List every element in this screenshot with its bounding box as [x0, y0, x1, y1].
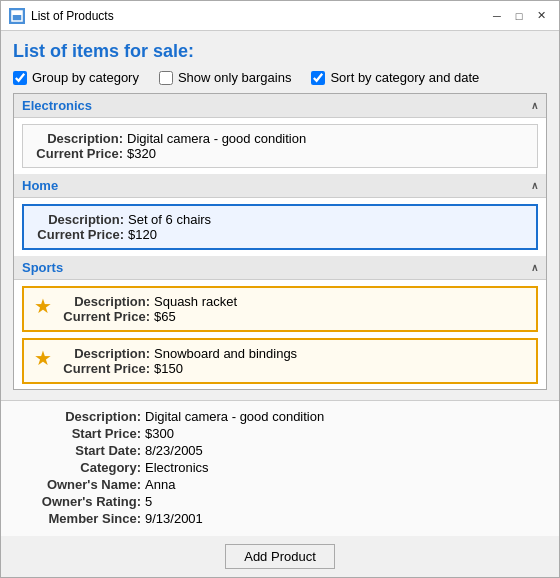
- description-value-snowboard: Snowboard and bindings: [154, 346, 297, 361]
- show-only-bargains-filter[interactable]: Show only bargains: [159, 70, 291, 85]
- price-value-snowboard: $150: [154, 361, 183, 376]
- product-item-inner: Description: Digital camera - good condi…: [33, 131, 527, 161]
- price-row-snowboard: Current Price: $150: [60, 361, 297, 376]
- group-by-category-filter[interactable]: Group by category: [13, 70, 139, 85]
- main-window: List of Products ─ □ ✕ List of items for…: [0, 0, 560, 578]
- product-item-inner-squash: ★ Description: Squash racket Current Pri…: [34, 294, 526, 324]
- description-row-squash: Description: Squash racket: [60, 294, 237, 309]
- detail-description-value: Digital camera - good condition: [145, 409, 324, 424]
- svg-rect-1: [12, 11, 22, 15]
- price-value-1: $320: [127, 146, 156, 161]
- detail-owners-name-value: Anna: [145, 477, 175, 492]
- detail-start-date-row: Start Date: 8/23/2005: [41, 443, 519, 458]
- detail-owners-rating-label: Owner's Rating:: [41, 494, 141, 509]
- category-name-electronics: Electronics: [22, 98, 92, 113]
- description-value-squash: Squash racket: [154, 294, 237, 309]
- detail-start-price-row: Start Price: $300: [41, 426, 519, 441]
- detail-start-price-value: $300: [145, 426, 174, 441]
- detail-owners-name-row: Owner's Name: Anna: [41, 477, 519, 492]
- collapse-sports-icon: ∧: [531, 262, 538, 273]
- collapse-home-icon: ∧: [531, 180, 538, 191]
- detail-start-price-label: Start Price:: [41, 426, 141, 441]
- category-sports: Sports ∧ ★ Description: Squash racket Cu…: [14, 256, 546, 384]
- detail-owners-rating-row: Owner's Rating: 5: [41, 494, 519, 509]
- group-by-category-checkbox[interactable]: [13, 71, 27, 85]
- description-row: Description: Digital camera - good condi…: [33, 131, 306, 146]
- detail-description-label: Description:: [41, 409, 141, 424]
- group-by-category-label: Group by category: [32, 70, 139, 85]
- category-electronics: Electronics ∧ Description: Digital camer…: [14, 94, 546, 168]
- category-header-sports[interactable]: Sports ∧: [14, 256, 546, 280]
- detail-category-label: Category:: [41, 460, 141, 475]
- detail-member-since-label: Member Since:: [41, 511, 141, 526]
- bargain-star-squash: ★: [34, 296, 52, 316]
- detail-category-value: Electronics: [145, 460, 209, 475]
- page-heading: List of items for sale:: [13, 41, 547, 62]
- product-item-inner-snowboard: ★ Description: Snowboard and bindings Cu…: [34, 346, 526, 376]
- product-details-chairs: Description: Set of 6 chairs Current Pri…: [34, 212, 211, 242]
- add-product-button[interactable]: Add Product: [225, 544, 335, 569]
- detail-start-date-value: 8/23/2005: [145, 443, 203, 458]
- product-item-digital-camera[interactable]: Description: Digital camera - good condi…: [22, 124, 538, 168]
- product-details-snowboard: Description: Snowboard and bindings Curr…: [60, 346, 297, 376]
- description-value-1: Digital camera - good condition: [127, 131, 306, 146]
- show-only-bargains-label: Show only bargains: [178, 70, 291, 85]
- close-button[interactable]: ✕: [531, 6, 551, 26]
- footer: Add Product: [1, 536, 559, 577]
- price-row-squash: Current Price: $65: [60, 309, 237, 324]
- detail-owners-rating-value: 5: [145, 494, 152, 509]
- price-row: Current Price: $320: [33, 146, 306, 161]
- product-details-digital-camera: Description: Digital camera - good condi…: [33, 131, 306, 161]
- product-item-inner-home: Description: Set of 6 chairs Current Pri…: [34, 212, 526, 242]
- main-content: List of items for sale: Group by categor…: [1, 31, 559, 400]
- detail-start-date-label: Start Date:: [41, 443, 141, 458]
- detail-panel: Description: Digital camera - good condi…: [1, 400, 559, 536]
- category-home: Home ∧ Description: Set of 6 chairs Curr…: [14, 174, 546, 250]
- filter-bar: Group by category Show only bargains Sor…: [13, 70, 547, 85]
- detail-owners-name-label: Owner's Name:: [41, 477, 141, 492]
- description-row-chairs: Description: Set of 6 chairs: [34, 212, 211, 227]
- category-header-electronics[interactable]: Electronics ∧: [14, 94, 546, 118]
- title-bar-left: List of Products: [9, 8, 114, 24]
- price-value-squash: $65: [154, 309, 176, 324]
- price-row-chairs: Current Price: $120: [34, 227, 211, 242]
- app-icon: [9, 8, 25, 24]
- sort-by-category-date-filter[interactable]: Sort by category and date: [311, 70, 479, 85]
- detail-description-row: Description: Digital camera - good condi…: [41, 409, 519, 424]
- price-label-chairs: Current Price:: [34, 227, 124, 242]
- detail-member-since-row: Member Since: 9/13/2001: [41, 511, 519, 526]
- title-bar: List of Products ─ □ ✕: [1, 1, 559, 31]
- product-item-squash[interactable]: ★ Description: Squash racket Current Pri…: [22, 286, 538, 332]
- detail-category-row: Category: Electronics: [41, 460, 519, 475]
- minimize-button[interactable]: ─: [487, 6, 507, 26]
- show-only-bargains-checkbox[interactable]: [159, 71, 173, 85]
- description-label-snowboard: Description:: [60, 346, 150, 361]
- bargain-star-snowboard: ★: [34, 348, 52, 368]
- collapse-electronics-icon: ∧: [531, 100, 538, 111]
- product-details-squash: Description: Squash racket Current Price…: [60, 294, 237, 324]
- category-header-home[interactable]: Home ∧: [14, 174, 546, 198]
- sort-by-category-date-checkbox[interactable]: [311, 71, 325, 85]
- product-item-chairs[interactable]: Description: Set of 6 chairs Current Pri…: [22, 204, 538, 250]
- price-value-chairs: $120: [128, 227, 157, 242]
- title-bar-controls: ─ □ ✕: [487, 6, 551, 26]
- price-label-squash: Current Price:: [60, 309, 150, 324]
- category-name-home: Home: [22, 178, 58, 193]
- maximize-button[interactable]: □: [509, 6, 529, 26]
- description-label: Description:: [33, 131, 123, 146]
- description-label-squash: Description:: [60, 294, 150, 309]
- product-item-snowboard[interactable]: ★ Description: Snowboard and bindings Cu…: [22, 338, 538, 384]
- product-list-area[interactable]: Electronics ∧ Description: Digital camer…: [13, 93, 547, 390]
- price-label-1: Current Price:: [33, 146, 123, 161]
- description-row-snowboard: Description: Snowboard and bindings: [60, 346, 297, 361]
- sort-by-category-date-label: Sort by category and date: [330, 70, 479, 85]
- window-title: List of Products: [31, 9, 114, 23]
- description-value-chairs: Set of 6 chairs: [128, 212, 211, 227]
- detail-member-since-value: 9/13/2001: [145, 511, 203, 526]
- price-label-snowboard: Current Price:: [60, 361, 150, 376]
- description-label-chairs: Description:: [34, 212, 124, 227]
- category-name-sports: Sports: [22, 260, 63, 275]
